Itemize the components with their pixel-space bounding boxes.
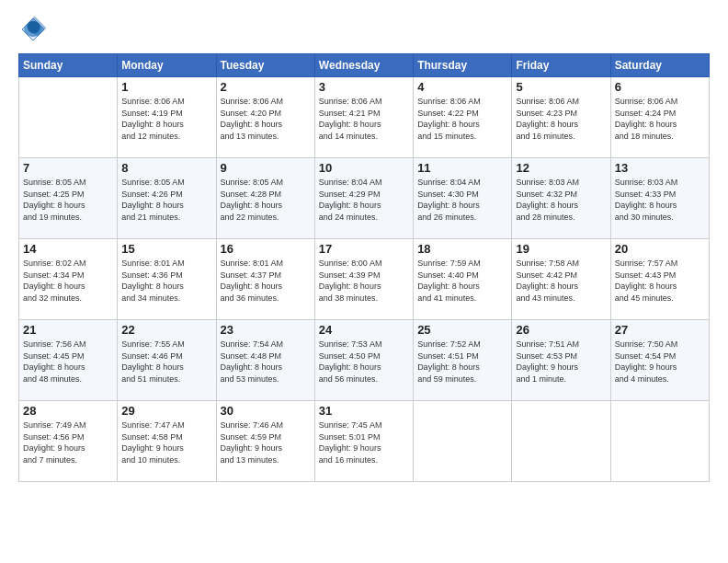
day-info: Sunrise: 8:05 AM Sunset: 4:25 PM Dayligh…	[23, 177, 113, 223]
calendar-cell: 19Sunrise: 7:58 AM Sunset: 4:42 PM Dayli…	[512, 239, 610, 320]
calendar-cell	[512, 401, 610, 482]
calendar-cell: 24Sunrise: 7:53 AM Sunset: 4:50 PM Dayli…	[314, 320, 413, 401]
day-info: Sunrise: 7:46 AM Sunset: 4:59 PM Dayligh…	[221, 419, 311, 465]
calendar-cell: 2Sunrise: 8:06 AM Sunset: 4:20 PM Daylig…	[216, 77, 314, 158]
calendar-cell	[414, 401, 512, 482]
day-number: 24	[319, 323, 409, 337]
day-number: 12	[516, 161, 606, 175]
day-number: 8	[121, 161, 211, 175]
calendar-cell: 8Sunrise: 8:05 AM Sunset: 4:26 PM Daylig…	[118, 158, 216, 239]
day-info: Sunrise: 8:06 AM Sunset: 4:22 PM Dayligh…	[417, 96, 507, 142]
day-info: Sunrise: 8:06 AM Sunset: 4:21 PM Dayligh…	[319, 96, 409, 142]
day-info: Sunrise: 8:03 AM Sunset: 4:33 PM Dayligh…	[615, 177, 705, 223]
header	[18, 15, 710, 44]
day-number: 17	[319, 242, 409, 256]
day-info: Sunrise: 7:56 AM Sunset: 4:45 PM Dayligh…	[23, 339, 113, 385]
calendar-cell: 22Sunrise: 7:55 AM Sunset: 4:46 PM Dayli…	[118, 320, 216, 401]
calendar-cell: 12Sunrise: 8:03 AM Sunset: 4:32 PM Dayli…	[512, 158, 610, 239]
day-info: Sunrise: 8:00 AM Sunset: 4:39 PM Dayligh…	[319, 258, 409, 304]
weekday-header: Thursday	[414, 54, 512, 77]
calendar-cell: 21Sunrise: 7:56 AM Sunset: 4:45 PM Dayli…	[19, 320, 118, 401]
day-info: Sunrise: 7:49 AM Sunset: 4:56 PM Dayligh…	[23, 419, 113, 465]
calendar-cell: 17Sunrise: 8:00 AM Sunset: 4:39 PM Dayli…	[314, 239, 413, 320]
calendar-cell: 16Sunrise: 8:01 AM Sunset: 4:37 PM Dayli…	[216, 239, 314, 320]
calendar-week-row: 21Sunrise: 7:56 AM Sunset: 4:45 PM Dayli…	[19, 320, 710, 401]
weekday-header: Wednesday	[314, 54, 413, 77]
day-number: 21	[23, 323, 113, 337]
day-number: 10	[319, 161, 409, 175]
day-number: 29	[121, 404, 211, 418]
day-number: 1	[121, 80, 211, 94]
day-info: Sunrise: 8:01 AM Sunset: 4:37 PM Dayligh…	[221, 258, 311, 304]
day-number: 30	[221, 404, 311, 418]
weekday-header: Friday	[512, 54, 610, 77]
weekday-header: Monday	[118, 54, 216, 77]
day-number: 4	[417, 80, 507, 94]
day-number: 19	[516, 242, 606, 256]
calendar-cell: 15Sunrise: 8:01 AM Sunset: 4:36 PM Dayli…	[118, 239, 216, 320]
calendar-cell: 6Sunrise: 8:06 AM Sunset: 4:24 PM Daylig…	[610, 77, 709, 158]
day-info: Sunrise: 7:50 AM Sunset: 4:54 PM Dayligh…	[615, 339, 705, 385]
day-number: 25	[417, 323, 507, 337]
calendar-week-row: 7Sunrise: 8:05 AM Sunset: 4:25 PM Daylig…	[19, 158, 710, 239]
day-info: Sunrise: 7:54 AM Sunset: 4:48 PM Dayligh…	[221, 339, 311, 385]
calendar-cell: 26Sunrise: 7:51 AM Sunset: 4:53 PM Dayli…	[512, 320, 610, 401]
day-info: Sunrise: 8:06 AM Sunset: 4:19 PM Dayligh…	[121, 96, 211, 142]
calendar-cell: 25Sunrise: 7:52 AM Sunset: 4:51 PM Dayli…	[414, 320, 512, 401]
day-info: Sunrise: 8:02 AM Sunset: 4:34 PM Dayligh…	[23, 258, 113, 304]
day-info: Sunrise: 8:04 AM Sunset: 4:30 PM Dayligh…	[417, 177, 507, 223]
logo-icon	[18, 15, 48, 44]
calendar-cell: 7Sunrise: 8:05 AM Sunset: 4:25 PM Daylig…	[19, 158, 118, 239]
day-number: 31	[319, 404, 409, 418]
day-info: Sunrise: 7:47 AM Sunset: 4:58 PM Dayligh…	[121, 419, 211, 465]
day-info: Sunrise: 8:01 AM Sunset: 4:36 PM Dayligh…	[121, 258, 211, 304]
calendar-cell: 4Sunrise: 8:06 AM Sunset: 4:22 PM Daylig…	[414, 77, 512, 158]
day-number: 15	[121, 242, 211, 256]
day-number: 7	[23, 161, 113, 175]
logo	[18, 15, 51, 44]
calendar-cell: 13Sunrise: 8:03 AM Sunset: 4:33 PM Dayli…	[610, 158, 709, 239]
calendar-cell: 23Sunrise: 7:54 AM Sunset: 4:48 PM Dayli…	[216, 320, 314, 401]
day-number: 6	[615, 80, 705, 94]
day-info: Sunrise: 8:03 AM Sunset: 4:32 PM Dayligh…	[516, 177, 606, 223]
calendar-cell	[610, 401, 709, 482]
calendar-cell: 11Sunrise: 8:04 AM Sunset: 4:30 PM Dayli…	[414, 158, 512, 239]
day-number: 5	[516, 80, 606, 94]
day-info: Sunrise: 8:06 AM Sunset: 4:23 PM Dayligh…	[516, 96, 606, 142]
day-number: 23	[221, 323, 311, 337]
day-number: 13	[615, 161, 705, 175]
day-number: 28	[23, 404, 113, 418]
day-number: 3	[319, 80, 409, 94]
calendar-cell: 5Sunrise: 8:06 AM Sunset: 4:23 PM Daylig…	[512, 77, 610, 158]
calendar-cell: 20Sunrise: 7:57 AM Sunset: 4:43 PM Dayli…	[610, 239, 709, 320]
calendar-cell: 1Sunrise: 8:06 AM Sunset: 4:19 PM Daylig…	[118, 77, 216, 158]
day-info: Sunrise: 7:52 AM Sunset: 4:51 PM Dayligh…	[417, 339, 507, 385]
calendar-cell: 9Sunrise: 8:05 AM Sunset: 4:28 PM Daylig…	[216, 158, 314, 239]
calendar-header-row: SundayMondayTuesdayWednesdayThursdayFrid…	[19, 54, 710, 77]
day-number: 9	[221, 161, 311, 175]
day-number: 22	[121, 323, 211, 337]
calendar-cell: 18Sunrise: 7:59 AM Sunset: 4:40 PM Dayli…	[414, 239, 512, 320]
calendar-cell: 10Sunrise: 8:04 AM Sunset: 4:29 PM Dayli…	[314, 158, 413, 239]
day-number: 18	[417, 242, 507, 256]
weekday-header: Tuesday	[216, 54, 314, 77]
day-info: Sunrise: 7:51 AM Sunset: 4:53 PM Dayligh…	[516, 339, 606, 385]
calendar-cell: 31Sunrise: 7:45 AM Sunset: 5:01 PM Dayli…	[314, 401, 413, 482]
day-info: Sunrise: 7:53 AM Sunset: 4:50 PM Dayligh…	[319, 339, 409, 385]
calendar-cell: 29Sunrise: 7:47 AM Sunset: 4:58 PM Dayli…	[118, 401, 216, 482]
day-info: Sunrise: 7:45 AM Sunset: 5:01 PM Dayligh…	[319, 419, 409, 465]
day-number: 20	[615, 242, 705, 256]
day-info: Sunrise: 7:58 AM Sunset: 4:42 PM Dayligh…	[516, 258, 606, 304]
calendar-table: SundayMondayTuesdayWednesdayThursdayFrid…	[18, 53, 710, 482]
day-info: Sunrise: 8:05 AM Sunset: 4:28 PM Dayligh…	[221, 177, 311, 223]
day-info: Sunrise: 8:05 AM Sunset: 4:26 PM Dayligh…	[121, 177, 211, 223]
day-info: Sunrise: 7:59 AM Sunset: 4:40 PM Dayligh…	[417, 258, 507, 304]
calendar-cell: 14Sunrise: 8:02 AM Sunset: 4:34 PM Dayli…	[19, 239, 118, 320]
day-info: Sunrise: 8:04 AM Sunset: 4:29 PM Dayligh…	[319, 177, 409, 223]
day-info: Sunrise: 8:06 AM Sunset: 4:24 PM Dayligh…	[615, 96, 705, 142]
weekday-header: Saturday	[610, 54, 709, 77]
page: SundayMondayTuesdayWednesdayThursdayFrid…	[0, 0, 728, 563]
calendar-week-row: 28Sunrise: 7:49 AM Sunset: 4:56 PM Dayli…	[19, 401, 710, 482]
calendar-week-row: 14Sunrise: 8:02 AM Sunset: 4:34 PM Dayli…	[19, 239, 710, 320]
day-number: 27	[615, 323, 705, 337]
